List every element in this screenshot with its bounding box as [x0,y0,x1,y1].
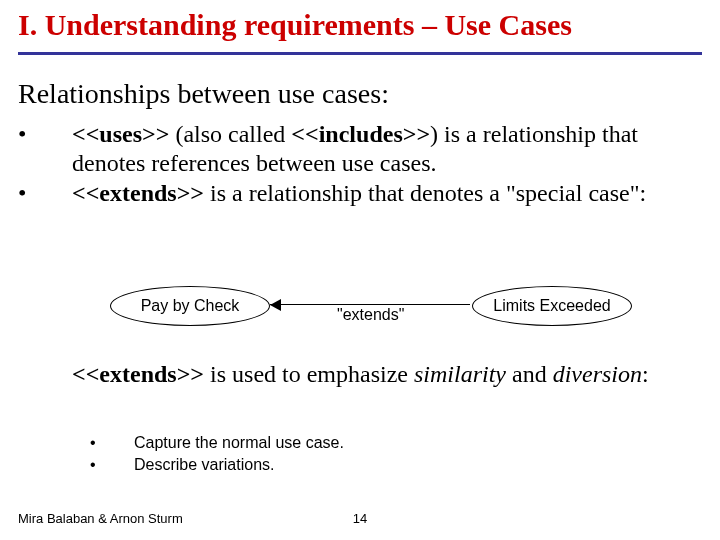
bullet-marker: • [90,432,134,454]
main-bullets: • <<uses>> (also called <<includes>>) is… [18,120,702,208]
para2-mid2: and [506,361,553,387]
extends-tag-2: <<extends>> [72,361,204,387]
title-rule [18,52,702,55]
bullet-marker: • [18,179,72,208]
subheading: Relationships between use cases: [18,78,389,110]
extends-explanation: <<extends>> is used to emphasize similar… [72,360,692,389]
footer-page-number: 14 [0,511,720,526]
para2-tail: : [642,361,649,387]
extends-arrow-label: "extends" [335,306,406,324]
uses-rest: (also called [169,121,291,147]
sub-bullet-0-text: Capture the normal use case. [134,432,344,454]
sub-bullet-0: • Capture the normal use case. [90,432,344,454]
usecase-limits-exceeded: Limits Exceeded [472,286,632,326]
slide-title: I. Understanding requirements – Use Case… [18,8,572,42]
usecase-pay-by-check: Pay by Check [110,286,270,326]
extends-arrow-head-icon [270,299,281,311]
sub-bullets: • Capture the normal use case. • Describ… [90,432,344,477]
bullet-extends-text: <<extends>> is a relationship that denot… [72,179,702,208]
slide: I. Understanding requirements – Use Case… [0,0,720,540]
uses-tag: <<uses>> [72,121,169,147]
bullet-marker: • [18,120,72,179]
diversion-word: diversion [553,361,642,387]
similarity-word: similarity [414,361,506,387]
extends-tag: <<extends>> [72,180,204,206]
bullet-uses: • <<uses>> (also called <<includes>>) is… [18,120,702,179]
extends-arrow-line [270,304,470,305]
sub-bullet-1: • Describe variations. [90,454,344,476]
bullet-marker: • [90,454,134,476]
bullet-extends: • <<extends>> is a relationship that den… [18,179,702,208]
bullet-uses-text: <<uses>> (also called <<includes>>) is a… [72,120,702,179]
extends-diagram: Pay by Check "extends" Limits Exceeded [110,282,630,332]
includes-tag: <<includes>> [291,121,430,147]
extends-rest: is a relationship that denotes a "specia… [204,180,646,206]
para2-mid1: is used to emphasize [204,361,414,387]
sub-bullet-1-text: Describe variations. [134,454,275,476]
